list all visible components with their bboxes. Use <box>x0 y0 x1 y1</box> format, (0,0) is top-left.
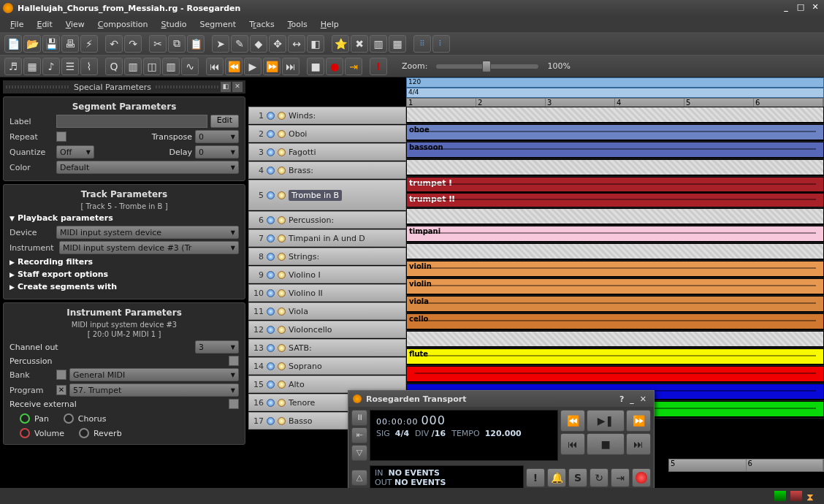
segment[interactable] <box>406 366 824 382</box>
transport-help-button[interactable]: ? <box>619 394 624 404</box>
segment[interactable]: cello <box>406 313 824 329</box>
transport-play-button[interactable]: ▶❚ <box>587 410 625 432</box>
tracks-button-2[interactable]: ▦ <box>389 35 406 53</box>
mute-led[interactable] <box>267 216 275 224</box>
transport-skipfwd-button[interactable]: ⏭ <box>626 433 651 455</box>
record-led[interactable] <box>278 130 286 138</box>
record-led[interactable] <box>278 399 286 407</box>
segment-row-8[interactable] <box>406 243 824 261</box>
record-button[interactable]: ● <box>326 58 343 75</box>
chorus-knob[interactable]: Chorus <box>64 413 107 424</box>
tracks-button-1[interactable]: ▥ <box>370 35 387 53</box>
panic-button[interactable]: ! <box>370 58 387 75</box>
panel-close-button[interactable]: ✕ <box>232 82 243 92</box>
record-led[interactable] <box>278 271 286 279</box>
record-led[interactable] <box>278 344 286 352</box>
menu-edit[interactable]: Edit <box>31 18 58 31</box>
bank-checkbox[interactable] <box>56 370 66 380</box>
segment-row-4[interactable] <box>406 159 824 177</box>
segment-row-10[interactable]: violin <box>406 278 824 296</box>
transport-skipback-button[interactable]: ⏮ <box>560 433 585 455</box>
notation-button[interactable]: ♬ <box>4 58 22 75</box>
mute-led[interactable] <box>267 308 275 316</box>
track-header-4[interactable]: 4Brass: <box>248 161 406 179</box>
record-led[interactable] <box>278 167 286 175</box>
time-ruler[interactable]: 120 4/4 123456 <box>406 77 824 107</box>
velocity-button[interactable]: ▥ <box>162 58 180 75</box>
create-segments-section[interactable]: ▶Create segments with <box>9 282 239 291</box>
copy-button[interactable]: ⧉ <box>168 35 186 53</box>
record-led[interactable] <box>278 216 286 224</box>
transport-minimize-button[interactable]: _ <box>630 394 634 404</box>
resize-tool[interactable]: ↔ <box>288 35 305 53</box>
menu-composition[interactable]: Composition <box>92 18 154 31</box>
segment[interactable]: flute <box>406 348 824 364</box>
record-led[interactable] <box>278 191 286 199</box>
menu-file[interactable]: File <box>4 18 29 31</box>
pan-knob[interactable]: Pan <box>20 413 49 424</box>
track-header-3[interactable]: 3Fagotti <box>248 143 406 161</box>
bank-select[interactable]: General MIDI▼ <box>69 368 239 381</box>
menu-view[interactable]: View <box>60 18 91 31</box>
track-header-2[interactable]: 2Oboi <box>248 125 406 142</box>
wave-button[interactable]: ⌇ <box>80 58 98 75</box>
segment[interactable] <box>406 159 824 175</box>
transport-pause-button[interactable]: ⏸ <box>351 410 367 426</box>
quantize-select[interactable]: Off▼ <box>56 145 94 159</box>
mute-led[interactable] <box>267 191 275 199</box>
note-button[interactable]: ♪ <box>42 58 60 75</box>
record-led[interactable] <box>278 308 286 316</box>
controllers-button[interactable]: ∿ <box>181 58 199 75</box>
menu-tracks[interactable]: Tracks <box>243 18 281 31</box>
segment[interactable]: bassoon <box>406 142 824 158</box>
fastfwd-button[interactable]: ⏩ <box>263 58 281 75</box>
segment[interactable] <box>406 331 824 347</box>
track-header-11[interactable]: 11Viola <box>248 302 406 320</box>
transport-panic-button[interactable]: ! <box>526 468 545 487</box>
track-header-10[interactable]: 10Violino II <box>248 284 406 302</box>
segment[interactable]: timpani <box>406 226 824 242</box>
track-header-14[interactable]: 14Soprano <box>248 357 406 375</box>
record-led[interactable] <box>278 253 286 261</box>
close-button[interactable]: ✕ <box>809 2 821 14</box>
segment-row-11[interactable]: viola <box>406 296 824 313</box>
transport-stop-button[interactable]: ■ <box>587 433 625 455</box>
minimize-button[interactable]: _ <box>780 2 792 14</box>
panel-undock-button[interactable]: ◧ <box>221 82 231 92</box>
mute-led[interactable] <box>267 234 275 243</box>
bottom-ruler[interactable]: 56 <box>668 459 824 472</box>
labels-button[interactable]: ◫ <box>143 58 161 75</box>
redo-button[interactable]: ↷ <box>124 35 142 53</box>
segment[interactable] <box>406 208 824 224</box>
record-led[interactable] <box>278 289 286 297</box>
mute-led[interactable] <box>267 326 275 334</box>
wizard-button[interactable]: ⚡ <box>80 35 98 53</box>
save-button[interactable]: 💾 <box>42 35 60 53</box>
device-select[interactable]: MIDI input system device▼ <box>56 226 239 239</box>
fwd-end-button[interactable]: ⏭ <box>282 58 300 75</box>
mute-led[interactable] <box>267 362 275 370</box>
mute-led[interactable] <box>267 344 275 352</box>
transport-record-button[interactable] <box>632 468 651 487</box>
segment[interactable]: viola <box>406 296 824 312</box>
mute-led[interactable] <box>267 253 275 261</box>
play-button[interactable]: ▶ <box>244 58 262 75</box>
record-led[interactable] <box>278 381 286 389</box>
new-file-button[interactable]: 📄 <box>4 35 22 53</box>
mute-led[interactable] <box>267 399 275 407</box>
track-header-12[interactable]: 12Violoncello <box>248 321 406 338</box>
menu-segment[interactable]: Segment <box>194 18 243 31</box>
record-led[interactable] <box>278 148 286 156</box>
staff-section[interactable]: ▶Staff export options <box>9 270 239 279</box>
percussion-checkbox[interactable] <box>229 356 239 366</box>
track-header-1[interactable]: 1Winds: <box>248 107 406 124</box>
loop-button[interactable]: ⇥ <box>345 58 362 75</box>
record-led[interactable] <box>278 326 286 334</box>
mute-led[interactable] <box>267 130 275 138</box>
receive-checkbox[interactable] <box>229 399 239 409</box>
quantize-button[interactable]: Q <box>105 58 123 75</box>
track-header-7[interactable]: 7Timpani in A und D <box>248 229 406 247</box>
segment-label-input[interactable] <box>56 115 207 128</box>
event-list-button[interactable]: ☰ <box>61 58 79 75</box>
segment-row-12[interactable]: cello <box>406 313 824 331</box>
